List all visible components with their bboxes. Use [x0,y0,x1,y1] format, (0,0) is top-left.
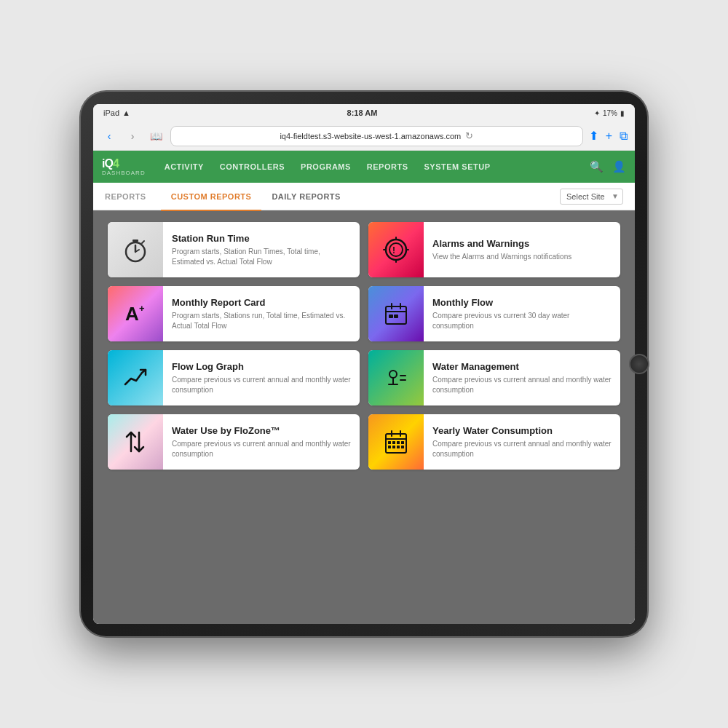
sub-nav: REPORTS CUSTOM REPORTS DAILY REPORTS Sel… [93,183,635,210]
card-title-water-use-flozone: Water Use by FloZone™ [172,425,351,436]
water-mgmt-icon [382,364,410,392]
svg-rect-31 [388,441,391,444]
card-body-water-management: Water Management Compare previous vs cur… [424,354,620,403]
battery-icon: ▮ [620,109,625,117]
card-monthly-report-card[interactable]: A + Monthly Report Card Program starts, … [108,286,360,341]
card-alarms-warnings[interactable]: ! Alarms and Warnings View the Alarms an… [368,222,620,277]
svg-rect-33 [397,441,400,444]
browser-action-buttons: ⬆ + ⧉ [589,129,628,143]
tab-daily-reports[interactable]: DAILY REPORTS [261,183,351,211]
browser-bar: ‹ › 📖 iq4-fieldtest.s3-website-us-west-1… [93,122,635,151]
calendar-icon [382,300,410,328]
svg-rect-36 [392,446,395,448]
nav-items: ACTIVITY CONTROLLERS PROGRAMS REPORTS SY… [157,151,590,183]
svg-rect-38 [401,446,404,448]
card-water-use-flozone[interactable]: Water Use by FloZone™ Compare previous v… [108,414,360,470]
ipad-device: iPad ▲ 8:18 AM ✦ 17% ▮ ‹ › 📖 iq4-fieldte… [80,91,648,637]
svg-rect-3 [132,240,138,242]
card-water-management[interactable]: Water Management Compare previous vs cur… [368,350,620,405]
card-body-monthly-report-card: Monthly Report Card Program starts, Stat… [163,290,360,339]
card-icon-water-management [368,350,424,405]
svg-rect-32 [392,441,395,444]
card-monthly-flow[interactable]: Monthly Flow Compare previous vs current… [368,286,620,341]
card-icon-monthly-report-card: A + [108,286,163,341]
card-icon-water-use-flozone [108,414,163,470]
nav-controllers[interactable]: CONTROLLERS [213,151,292,183]
card-title-station-run-time: Station Run Time [172,233,351,244]
card-yearly-water-consumption[interactable]: Yearly Water Consumption Compare previou… [368,414,620,470]
card-desc-yearly-water-consumption: Compare previous vs current annual and m… [432,439,612,459]
svg-rect-18 [389,314,393,318]
status-time: 8:18 AM [347,108,378,117]
battery-label: 17% [603,109,617,117]
site-select-wrapper[interactable]: Select Site ▼ [560,189,623,205]
card-body-alarms-warnings: Alarms and Warnings View the Alarms and … [424,231,620,269]
card-title-flow-log-graph: Flow Log Graph [172,361,351,372]
app-content: iQ4 Dashboard ACTIVITY CONTROLLERS PROGR… [93,151,635,624]
card-desc-alarms-warnings: View the Alarms and Warnings notificatio… [432,252,612,262]
wifi-icon: ▲ [122,108,130,117]
sub-nav-tabs: CUSTOM REPORTS DAILY REPORTS [161,183,560,210]
home-button[interactable] [629,354,649,374]
tab-custom-reports[interactable]: CUSTOM REPORTS [161,183,262,211]
browser-tabs-icon[interactable]: ⧉ [620,130,628,143]
card-desc-station-run-time: Program starts, Station Run Times, Total… [172,247,351,267]
card-icon-yearly-water-consumption [368,414,424,470]
browser-url-bar[interactable]: iq4-fieldtest.s3-website-us-west-1.amazo… [170,126,583,146]
status-bar-right: ✦ 17% ▮ [594,109,625,117]
card-flow-log-graph[interactable]: Flow Log Graph Compare previous vs curre… [108,350,360,405]
nav-activity[interactable]: ACTIVITY [157,151,211,183]
card-icon-station-run-time [108,222,163,277]
search-icon[interactable]: 🔍 [590,160,604,173]
card-title-monthly-report-card: Monthly Report Card [172,297,351,308]
card-station-run-time[interactable]: Station Run Time Program starts, Station… [108,222,360,277]
ipad-screen: iPad ▲ 8:18 AM ✦ 17% ▮ ‹ › 📖 iq4-fieldte… [93,104,635,624]
card-body-flow-log-graph: Flow Log Graph Compare previous vs curre… [163,354,360,403]
status-bar-left: iPad ▲ [103,108,130,117]
logo-subtitle: Dashboard [102,170,146,176]
trend-icon [122,364,149,392]
alarm-icon: ! [382,236,410,264]
user-icon[interactable]: 👤 [612,160,626,173]
main-content: Station Run Time Program starts, Station… [93,210,635,624]
card-title-alarms-warnings: Alarms and Warnings [432,238,612,249]
app-logo: iQ4 Dashboard [102,158,146,176]
nav-system-setup[interactable]: SYSTEM SETUP [417,151,498,183]
card-body-monthly-flow: Monthly Flow Compare previous vs current… [424,290,620,339]
card-icon-alarms-warnings: ! [368,222,424,277]
carrier-label: iPad [103,108,119,117]
svg-text:!: ! [392,245,395,256]
nav-programs[interactable]: PROGRAMS [293,151,358,183]
card-desc-flow-log-graph: Compare previous vs current annual and m… [172,375,351,395]
sub-nav-section-label: REPORTS [105,192,146,201]
stopwatch-icon [122,236,149,264]
report-cards-grid: Station Run Time Program starts, Station… [108,222,620,470]
sub-nav-right: Select Site ▼ [560,189,623,205]
browser-bookmarks-button[interactable]: 📖 [147,127,165,145]
grade-icon: A + [122,300,149,328]
card-title-water-management: Water Management [432,361,612,372]
svg-rect-35 [388,446,391,448]
yearly-calendar-icon [382,428,410,456]
svg-rect-37 [397,446,400,448]
card-desc-water-use-flozone: Compare previous vs current annual and m… [172,439,351,459]
card-title-yearly-water-consumption: Yearly Water Consumption [432,425,612,436]
svg-point-6 [389,243,403,256]
nav-reports[interactable]: REPORTS [360,151,416,183]
arrows-updown-icon [122,428,149,456]
card-body-station-run-time: Station Run Time Program starts, Station… [163,226,360,274]
svg-point-20 [389,371,397,378]
browser-back-button[interactable]: ‹ [100,127,118,145]
svg-rect-19 [394,314,398,318]
logo-number: 4 [113,157,119,170]
svg-text:A: A [125,303,139,325]
top-nav: iQ4 Dashboard ACTIVITY CONTROLLERS PROGR… [93,151,635,183]
browser-reload-icon[interactable]: ↻ [465,130,473,141]
browser-share-icon[interactable]: ⬆ [589,129,598,143]
card-desc-monthly-report-card: Program starts, Stations run, Total time… [172,311,351,331]
browser-add-tab-icon[interactable]: + [606,130,612,143]
svg-text:+: + [139,303,145,314]
browser-forward-button[interactable]: › [124,127,141,145]
card-icon-flow-log-graph [108,350,163,405]
site-select[interactable]: Select Site [560,189,623,205]
